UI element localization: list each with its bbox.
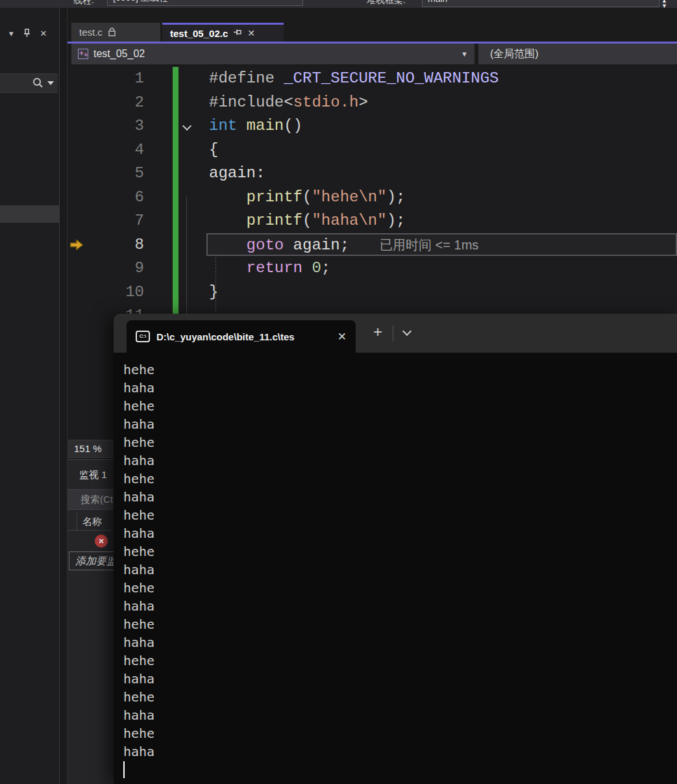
terminal-tab[interactable]: C:\ D:\c_yuyan\code\bite_11.c\tes ✕: [127, 320, 356, 353]
debug-location-toolbar: 线程: [5500] 主线程 堆栈框架: main ▲▼: [0, 0, 677, 8]
terminal-output-line: haha: [123, 742, 677, 761]
fold-margin[interactable]: [178, 114, 198, 138]
terminal-output-line: haha: [123, 633, 677, 651]
breakpoint-gutter[interactable]: [68, 138, 86, 162]
line-number: 4: [86, 138, 151, 162]
terminal-dropdown-chevron-icon[interactable]: [402, 328, 412, 336]
window-menu-chevron-icon[interactable]: ▾: [9, 29, 14, 38]
left-panel-search-box[interactable]: [0, 73, 58, 93]
terminal-output-line: hehe: [123, 470, 677, 488]
change-tracking-bar: [173, 67, 178, 91]
current-statement-arrow-icon[interactable]: [68, 233, 86, 258]
editor-zoom-control[interactable]: 151 %: [68, 440, 115, 458]
stack-frame-label: 堆栈框架:: [367, 0, 406, 6]
breakpoint-gutter[interactable]: [68, 67, 86, 91]
tab-test-c[interactable]: test.c: [71, 23, 160, 42]
terminal-output-line: hehe: [123, 651, 677, 670]
breakpoint-gutter[interactable]: [68, 304, 86, 328]
line-number: 5: [86, 162, 151, 186]
line-number: 6: [86, 186, 151, 210]
fold-margin: [178, 91, 198, 115]
fold-margin: [178, 138, 198, 162]
pin-icon[interactable]: [23, 29, 31, 38]
vs-ide-window: 线程: [5500] 主线程 堆栈框架: main ▲▼ ▾ ✕ test.c: [0, 0, 677, 784]
project-icon: ++: [78, 49, 88, 59]
left-tool-window: ▾ ✕: [0, 8, 59, 784]
terminal-output[interactable]: hehehahahehehahahehehahahehehahahehehaha…: [114, 353, 677, 784]
line-number: 10: [86, 281, 151, 305]
perf-tip[interactable]: 已用时间 <= 1ms: [380, 238, 478, 252]
pin-tab-icon[interactable]: [233, 29, 242, 38]
thread-combobox[interactable]: [5500] 主线程: [107, 0, 303, 6]
terminal-tab-title: D:\c_yuyan\code\bite_11.c\tes: [156, 331, 331, 342]
project-scope-dropdown[interactable]: ++ test_05_02 ▼: [71, 44, 474, 64]
code-navigation-bar: ++ test_05_02 ▼ (全局范围): [68, 44, 677, 64]
change-tracking-bar: [173, 91, 178, 115]
terminal-output-line: haha: [123, 597, 677, 615]
code-line-text[interactable]: #define _CRT_SECURE_NO_WARNINGS: [198, 67, 677, 91]
terminal-output-line: hehe: [123, 542, 677, 561]
code-lines: 1#define _CRT_SECURE_NO_WARNINGS2#includ…: [68, 67, 677, 328]
collapse-chevron-icon[interactable]: [182, 121, 191, 131]
close-tab-icon[interactable]: ✕: [247, 28, 255, 38]
fold-margin: [178, 67, 198, 91]
terminal-output-line: hehe: [123, 688, 677, 706]
breakpoint-gutter[interactable]: [68, 91, 86, 115]
code-line-text[interactable]: #include<stdio.h>: [198, 91, 677, 115]
terminal-window: C:\ D:\c_yuyan\code\bite_11.c\tes ✕ + he…: [114, 314, 677, 784]
terminal-output-line: haha: [123, 706, 677, 724]
terminal-output-line: haha: [123, 451, 677, 470]
code-line-text[interactable]: printf("hehe\n");: [198, 186, 677, 210]
terminal-cursor: [123, 761, 125, 778]
terminal-titlebar[interactable]: C:\ D:\c_yuyan\code\bite_11.c\tes ✕ +: [114, 314, 677, 353]
search-icon: [32, 77, 43, 89]
breakpoint-gutter[interactable]: [68, 281, 86, 305]
change-tracking-bar: [173, 233, 178, 258]
change-tracking-bar: [173, 186, 178, 210]
line-number: 9: [86, 257, 151, 281]
breakpoint-gutter[interactable]: [68, 209, 86, 233]
breakpoint-gutter[interactable]: [68, 257, 86, 281]
change-tracking-bar: [173, 257, 178, 281]
error-icon: ✕: [95, 535, 108, 548]
panel-splitter[interactable]: [59, 8, 68, 784]
code-line-text[interactable]: goto again;已用时间 <= 1ms: [198, 233, 677, 258]
line-number: 2: [86, 91, 151, 115]
scope-name: test_05_02: [93, 48, 145, 60]
terminal-output-line: haha: [123, 561, 677, 579]
chevron-down-icon: ▼: [461, 50, 468, 58]
combo-spinner-icon[interactable]: ▲▼: [661, 0, 667, 8]
global-scope-dropdown[interactable]: (全局范围): [478, 44, 677, 64]
terminal-output-line: hehe: [123, 579, 677, 597]
terminal-output-line: haha: [123, 379, 677, 397]
tab-label: test.c: [79, 27, 103, 38]
new-terminal-tab-button[interactable]: +: [373, 323, 382, 341]
code-line-text[interactable]: again:: [198, 162, 677, 186]
close-terminal-tab-icon[interactable]: ✕: [338, 330, 347, 344]
tab-test-05-02-c[interactable]: test_05_02.c ✕: [162, 23, 284, 42]
breakpoint-gutter[interactable]: [68, 114, 86, 138]
code-line-text[interactable]: return 0;: [198, 257, 677, 281]
change-tracking-bar: [173, 209, 178, 233]
code-line-text[interactable]: int main(): [198, 114, 677, 138]
breakpoint-gutter[interactable]: [68, 186, 86, 210]
selected-tree-row[interactable]: [0, 205, 59, 223]
code-line-text[interactable]: printf("haha\n");: [198, 209, 677, 233]
terminal-output-line: haha: [123, 415, 677, 433]
breakpoint-gutter[interactable]: [68, 162, 86, 186]
fold-margin: [178, 162, 198, 186]
terminal-output-lines: hehehahahehehahahehehahahehehahahehehaha…: [123, 360, 677, 761]
terminal-output-line: hehe: [123, 724, 677, 742]
close-icon[interactable]: ✕: [40, 29, 47, 38]
terminal-output-line: haha: [123, 524, 677, 542]
stack-frame-combobox[interactable]: main: [422, 0, 659, 7]
scope-context: (全局范围): [490, 47, 539, 61]
terminal-output-line: hehe: [123, 615, 677, 633]
search-options-chevron-icon[interactable]: [47, 81, 54, 85]
terminal-output-line: hehe: [123, 433, 677, 451]
code-line-text[interactable]: {: [198, 138, 677, 162]
code-line-text[interactable]: }: [198, 281, 677, 305]
line-number: 1: [86, 67, 151, 91]
thread-label: 线程:: [73, 0, 94, 6]
tool-window-header: ▾ ✕: [0, 25, 59, 42]
